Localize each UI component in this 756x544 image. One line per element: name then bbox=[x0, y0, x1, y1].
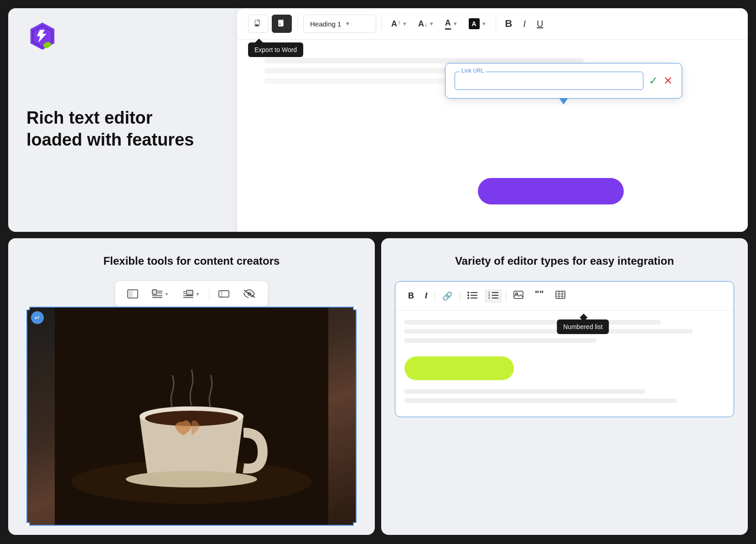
image-inline-button[interactable] bbox=[123, 287, 143, 301]
editor-content-area-2 bbox=[395, 389, 734, 417]
font-color-icon: A bbox=[445, 18, 451, 30]
bottom-left-card: Flexible tools for content creators bbox=[8, 238, 375, 535]
content-placeholder-4 bbox=[404, 389, 645, 394]
image-toolbar: ▼ ▼ bbox=[115, 281, 268, 307]
bottom-right-card: Variety of editor types for easy integra… bbox=[381, 238, 748, 535]
mini-image-icon bbox=[513, 291, 523, 299]
image-wrap-icon bbox=[152, 289, 163, 298]
image-break-icon bbox=[218, 289, 229, 298]
mini-bullet-list-button[interactable] bbox=[464, 289, 481, 303]
image-wrap-button[interactable]: ▼ bbox=[147, 287, 174, 301]
image-toolbar-container: ▼ ▼ bbox=[26, 281, 357, 307]
export-pdf-button[interactable]: PDF bbox=[248, 15, 268, 33]
font-size-decrease-button[interactable]: A↓ ▼ bbox=[414, 15, 438, 33]
image-tool-separator bbox=[209, 289, 209, 299]
link-url-label: Link URL bbox=[460, 68, 486, 74]
selection-border: ↵ bbox=[26, 307, 357, 526]
hide-icon bbox=[243, 289, 256, 298]
top-section: Rich text editor loaded with features PD… bbox=[8, 8, 748, 232]
link-url-input[interactable] bbox=[461, 77, 637, 84]
font-size-increase-chevron: ▼ bbox=[402, 21, 407, 26]
heading-chevron-icon: ▼ bbox=[345, 21, 350, 27]
content-placeholder-5 bbox=[404, 398, 677, 403]
bottom-row: Flexible tools for content creators bbox=[8, 238, 748, 535]
heading-select[interactable]: Heading 1 ▼ bbox=[303, 15, 376, 33]
editor-toolbar: PDF W Heading 1 ▼ bbox=[237, 8, 748, 40]
handle-top-right[interactable] bbox=[353, 307, 357, 310]
mini-bold-button[interactable]: B bbox=[404, 289, 418, 303]
coffee-image-wrapper: ↵ bbox=[26, 307, 357, 526]
image-wrap-chevron: ▼ bbox=[165, 292, 169, 297]
font-color-button[interactable]: A ▼ bbox=[441, 15, 461, 33]
font-size-increase-button[interactable]: A↑ ▼ bbox=[388, 15, 411, 33]
svg-rect-45 bbox=[556, 291, 565, 298]
word-icon: W bbox=[277, 19, 286, 28]
bullet-list-icon bbox=[467, 291, 477, 299]
separator-2 bbox=[382, 17, 382, 30]
pdf-icon: PDF bbox=[254, 19, 263, 28]
bold-button[interactable]: B bbox=[502, 15, 516, 33]
svg-rect-16 bbox=[186, 290, 193, 295]
table-icon bbox=[555, 291, 565, 299]
italic-icon: I bbox=[523, 19, 526, 29]
svg-rect-11 bbox=[152, 290, 157, 294]
svg-text:W: W bbox=[279, 23, 281, 26]
handle-top-left[interactable] bbox=[26, 307, 30, 310]
mini-separator-3 bbox=[506, 291, 506, 301]
mini-bold-icon: B bbox=[408, 291, 414, 300]
italic-button[interactable]: I bbox=[519, 15, 529, 33]
image-float-icon bbox=[183, 289, 194, 298]
export-word-button[interactable]: W bbox=[272, 15, 292, 33]
handle-bottom-right[interactable] bbox=[353, 522, 357, 526]
svg-text:": " bbox=[535, 291, 539, 299]
numbered-list-icon: 1 2 3 bbox=[488, 291, 498, 299]
image-hide-button[interactable] bbox=[238, 287, 260, 301]
svg-point-30 bbox=[467, 294, 469, 296]
mini-separator-1 bbox=[435, 291, 435, 301]
underline-icon: U bbox=[537, 19, 543, 29]
export-word-tooltip: Export to Word bbox=[248, 42, 303, 57]
content-placeholder-1 bbox=[404, 320, 661, 324]
svg-text:PDF: PDF bbox=[255, 25, 259, 26]
logo-icon bbox=[26, 21, 58, 53]
mini-numbered-list-button[interactable]: 1 2 3 bbox=[485, 289, 502, 303]
svg-text:3: 3 bbox=[488, 297, 490, 299]
mini-table-button[interactable] bbox=[552, 289, 569, 303]
tagline: Rich text editor loaded with features bbox=[26, 107, 194, 151]
svg-rect-21 bbox=[219, 291, 229, 297]
link-confirm-icon: ✓ bbox=[649, 74, 658, 87]
tooltip-text: Export to Word bbox=[254, 46, 297, 53]
highlight-color-chevron: ▼ bbox=[482, 21, 487, 26]
font-size-increase-icon: A↑ bbox=[391, 19, 400, 29]
return-handle[interactable]: ↵ bbox=[31, 311, 44, 324]
editor-card: PDF W Heading 1 ▼ bbox=[237, 8, 748, 232]
svg-rect-10 bbox=[129, 291, 133, 297]
mini-link-button[interactable]: 🔗 bbox=[439, 289, 456, 303]
svg-text:": " bbox=[539, 291, 544, 299]
image-float-chevron: ▼ bbox=[196, 292, 200, 297]
mini-italic-button[interactable]: I bbox=[421, 289, 431, 303]
separator-1 bbox=[297, 17, 298, 30]
bold-icon: B bbox=[505, 18, 513, 30]
mini-italic-icon: I bbox=[425, 291, 427, 300]
link-url-popup: Link URL ✓ ✕ bbox=[445, 63, 682, 99]
image-float-button[interactable]: ▼ bbox=[178, 287, 205, 301]
link-cancel-button[interactable]: ✕ bbox=[663, 74, 673, 87]
content-placeholder-3 bbox=[404, 338, 596, 343]
image-break-button[interactable] bbox=[214, 287, 234, 301]
mini-link-icon: 🔗 bbox=[442, 292, 452, 301]
mini-separator-2 bbox=[460, 291, 460, 301]
svg-point-29 bbox=[467, 292, 469, 293]
highlight-color-button[interactable]: A ▼ bbox=[465, 15, 490, 33]
popup-caret bbox=[559, 98, 568, 105]
underline-button[interactable]: U bbox=[533, 15, 547, 33]
link-confirm-button[interactable]: ✓ bbox=[649, 74, 658, 87]
mini-quote-button[interactable]: " " bbox=[531, 289, 548, 303]
numbered-list-tooltip: Numbered list bbox=[557, 319, 609, 334]
mini-image-button[interactable] bbox=[510, 289, 527, 303]
svg-point-31 bbox=[467, 297, 469, 299]
purple-action-button[interactable] bbox=[478, 178, 624, 204]
quote-icon: " " bbox=[534, 291, 544, 299]
link-cancel-icon: ✕ bbox=[663, 74, 673, 87]
handle-bottom-left[interactable] bbox=[26, 522, 30, 526]
